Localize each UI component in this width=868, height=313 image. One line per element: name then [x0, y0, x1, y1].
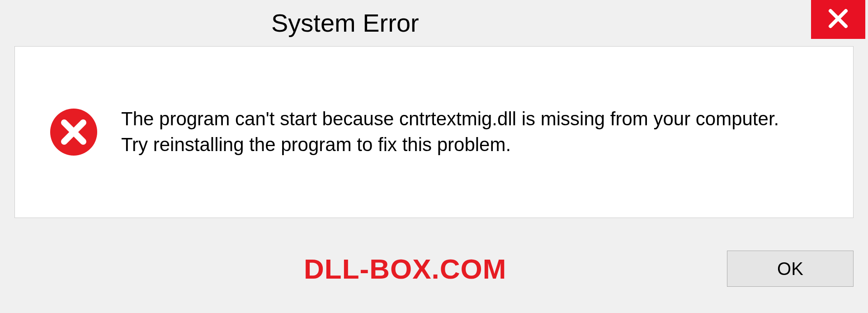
error-message: The program can't start because cntrtext…: [121, 106, 790, 157]
ok-button-label: OK: [777, 259, 803, 279]
error-icon: [49, 107, 99, 157]
dialog-title: System Error: [271, 8, 419, 38]
watermark-text: DLL-BOX.COM: [304, 253, 506, 285]
close-icon: [828, 8, 849, 31]
content-panel: The program can't start because cntrtext…: [14, 46, 854, 218]
error-dialog: System Error The program can't start bec…: [0, 0, 868, 313]
close-button[interactable]: [811, 0, 865, 39]
footer: DLL-BOX.COM OK: [0, 251, 868, 287]
titlebar: System Error: [0, 0, 868, 43]
ok-button[interactable]: OK: [727, 251, 854, 287]
